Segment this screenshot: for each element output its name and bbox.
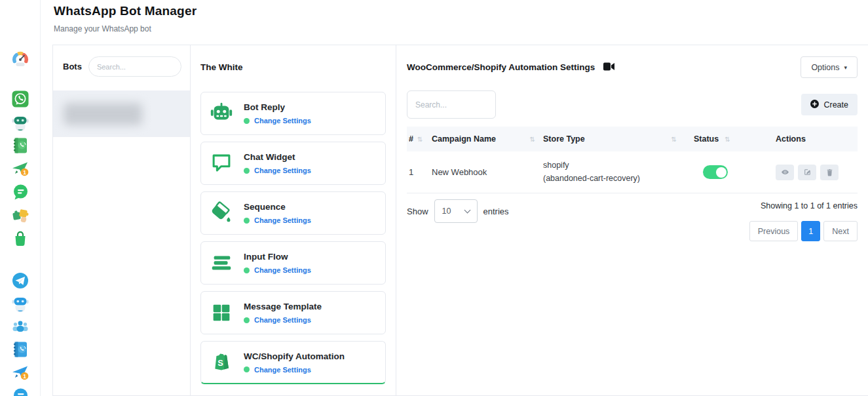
create-button-label: Create [823, 100, 848, 109]
column-header-status[interactable]: Status⇅ [694, 134, 776, 144]
caret-down-icon: ▾ [844, 64, 847, 71]
robot-icon [209, 101, 234, 126]
change-settings-link[interactable]: Change Settings [254, 316, 311, 324]
page-size-control: Show 10 entries [407, 199, 509, 223]
feature-card-input-flow[interactable]: Input Flow Change Settings [200, 241, 386, 285]
create-button[interactable]: Create [801, 94, 858, 115]
feature-card-title: Sequence [244, 202, 311, 212]
show-label: Show [407, 207, 428, 216]
trash-icon [825, 168, 834, 176]
whatsapp-icon[interactable] [11, 90, 29, 108]
column-header-actions: Actions [776, 134, 858, 144]
sort-icon[interactable]: ⇅ [417, 136, 423, 143]
page-title: WhatsApp Bot Manager [54, 4, 197, 18]
edit-icon [803, 168, 812, 176]
bots-panel-header: Bots [53, 45, 190, 88]
table-header-row: #⇅ Campaign Name⇅ Store Type⇅ Status⇅ Ac… [407, 127, 858, 151]
feature-card-message-template[interactable]: Message Template Change Settings [200, 291, 386, 334]
delete-button[interactable] [820, 165, 839, 180]
plus-circle-icon [810, 100, 819, 110]
dashboard-gauge-icon[interactable] [11, 50, 29, 68]
telegram-chat-icon[interactable] [11, 387, 29, 396]
feature-card-title: Input Flow [244, 252, 311, 262]
table-row: 1 New Webhook shopify(abandoned-cart-rec… [407, 151, 858, 193]
next-page-button[interactable]: Next [823, 221, 858, 241]
page-subtitle: Manage your WhatsApp bot [54, 24, 197, 33]
settings-title: WooCommerce/Shopify Automation Settings [407, 62, 595, 72]
change-settings-link[interactable]: Change Settings [254, 216, 311, 224]
status-dot [244, 267, 250, 273]
feature-card-sequence[interactable]: Sequence Change Settings [200, 191, 386, 235]
options-button-label: Options [811, 63, 839, 72]
shop-bag-icon[interactable] [11, 229, 29, 248]
telegram-bot-icon[interactable] [11, 294, 29, 313]
column-header-campaign-name[interactable]: Campaign Name⇅ [432, 134, 543, 144]
telegram-icon[interactable] [11, 271, 29, 290]
whatsapp-bot-icon[interactable] [11, 113, 29, 132]
telegram-groups-icon[interactable] [11, 317, 29, 336]
store-type: shopify(abandoned-cart-recovery) [543, 159, 640, 185]
status-toggle[interactable] [703, 165, 728, 179]
automation-settings-panel: WooCommerce/Shopify Automation Settings … [396, 45, 868, 395]
video-camera-icon[interactable] [603, 62, 614, 73]
app-sidebar: 1 1 [0, 0, 41, 396]
change-settings-link[interactable]: Change Settings [254, 117, 311, 125]
feature-card-title: Chat Widget [244, 152, 311, 162]
page-size-select[interactable]: 10 [434, 199, 478, 223]
status-dot [244, 317, 250, 323]
shopify-s-glyph: S [217, 358, 223, 368]
table-search-input[interactable] [407, 90, 496, 119]
pagination: Previous 1 Next [749, 221, 858, 241]
feature-card-list: Bot Reply Change Settings Chat Widget Ch… [200, 92, 386, 384]
eye-icon [781, 168, 789, 176]
feature-card-chat-widget[interactable]: Chat Widget Change Settings [200, 142, 386, 185]
bars-icon [209, 250, 234, 275]
sort-icon[interactable]: ⇅ [530, 136, 535, 143]
change-settings-link[interactable]: Change Settings [254, 366, 311, 374]
edit-button[interactable] [798, 165, 816, 180]
paint-bucket-icon [209, 201, 234, 226]
status-dot [244, 168, 250, 174]
feature-card-wc-shopify-automation[interactable]: S WC/Shopify Automation Change Settings [200, 341, 386, 384]
sort-icon[interactable]: ⇅ [725, 136, 730, 143]
grid-icon [209, 300, 234, 325]
bots-panel: Bots [53, 45, 191, 395]
telegram-broadcast-icon[interactable]: 1 [11, 363, 29, 382]
chevron-down-icon [464, 207, 470, 213]
bots-search-input[interactable] [88, 56, 181, 77]
broadcast-badge: 1 [23, 169, 26, 176]
status-dot [244, 118, 250, 124]
bot-feature-panel: The White Bot Reply Change Settings Chat… [191, 45, 396, 395]
integrations-puzzle-icon[interactable] [11, 206, 29, 224]
options-button[interactable]: Options ▾ [801, 56, 858, 78]
whatsapp-contacts-icon[interactable] [11, 136, 29, 155]
current-page-button[interactable]: 1 [801, 221, 820, 241]
main-card: Bots The White Bot Reply Change Settings… [52, 45, 868, 396]
bot-name-title: The White [200, 62, 386, 72]
automation-table: #⇅ Campaign Name⇅ Store Type⇅ Status⇅ Ac… [407, 127, 858, 193]
row-index: 1 [407, 167, 432, 177]
feature-card-bot-reply[interactable]: Bot Reply Change Settings [200, 92, 386, 135]
previous-page-button[interactable]: Previous [749, 221, 799, 241]
column-header-store-type[interactable]: Store Type⇅ [543, 134, 694, 144]
column-header-index[interactable]: #⇅ [407, 134, 432, 144]
sort-icon[interactable]: ⇅ [671, 136, 677, 143]
page-size-value: 10 [442, 207, 451, 216]
whatsapp-chat-icon[interactable] [11, 183, 29, 201]
change-settings-link[interactable]: Change Settings [254, 167, 311, 174]
feature-card-title: Bot Reply [244, 102, 311, 112]
bot-list-item-selected[interactable] [53, 90, 190, 137]
view-button[interactable] [776, 165, 794, 180]
status-dot [244, 366, 250, 372]
bot-name-redacted [64, 103, 142, 125]
status-dot [244, 218, 250, 224]
telegram-contacts-icon[interactable] [11, 340, 29, 359]
chat-bubble-icon [209, 151, 234, 176]
page-header: WhatsApp Bot Manager Manage your WhatsAp… [54, 4, 197, 33]
feature-card-title: Message Template [244, 302, 322, 311]
shopify-icon: S [209, 350, 234, 375]
broadcast-badge: 1 [23, 373, 26, 380]
row-actions [776, 165, 858, 180]
change-settings-link[interactable]: Change Settings [254, 266, 311, 274]
whatsapp-broadcast-icon[interactable]: 1 [11, 159, 29, 178]
